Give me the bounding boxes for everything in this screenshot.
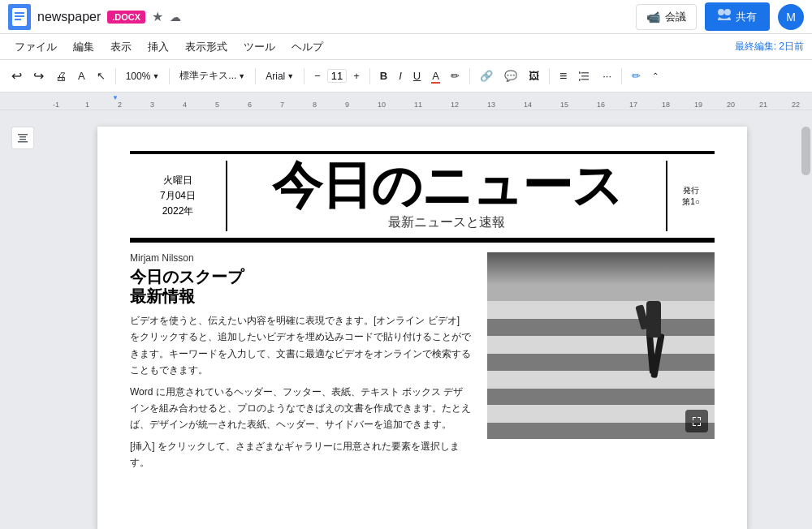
- ruler-marker: 18: [662, 101, 670, 109]
- header-date: 火曜日 7月04日 2022年: [130, 161, 227, 231]
- article-title-line1: 今日のスクープ: [130, 267, 471, 286]
- menu-format[interactable]: 表示形式: [179, 37, 234, 58]
- cloud-icon: ☁: [170, 11, 181, 24]
- font-color-button[interactable]: A: [427, 67, 444, 85]
- ruler-container: -1 1 2 3 4 5 6 7 8 9 10 11 12 13 14 15 1…: [45, 92, 800, 110]
- stripe-2: [487, 371, 715, 389]
- ruler-marker: 17: [629, 101, 637, 109]
- ruler-marker: 6: [248, 101, 252, 109]
- link-button[interactable]: 🔗: [475, 67, 498, 85]
- comment-button[interactable]: 💬: [499, 67, 522, 85]
- line-spacing-button[interactable]: [573, 67, 596, 86]
- menu-bar: ファイル 編集 表示 挿入 表示形式 ツール ヘルプ 最終編集: 2日前: [0, 34, 812, 60]
- underline-button[interactable]: U: [408, 67, 425, 85]
- last-edit[interactable]: 最終編集: 2日前: [735, 40, 804, 54]
- day-of-week: 火曜日: [163, 173, 192, 188]
- ruler-marker: 20: [727, 101, 735, 109]
- toolbar-separator-1: [115, 68, 116, 84]
- menu-file[interactable]: ファイル: [8, 37, 63, 58]
- align-button[interactable]: ≡: [555, 66, 572, 87]
- paint-cursor-button[interactable]: ↖: [92, 67, 110, 85]
- title-bar: newspaper .DOCX ★ ☁ 📹 会議 共有 M: [0, 0, 812, 34]
- scrollbar-thumb[interactable]: [801, 127, 810, 175]
- share-label: 共有: [736, 10, 757, 24]
- font-size-value[interactable]: 11: [327, 69, 347, 83]
- svg-rect-7: [18, 134, 28, 135]
- stripe-1: [487, 405, 715, 423]
- spellcheck-button[interactable]: A: [73, 67, 90, 85]
- header-right: 発行第1○: [666, 161, 715, 231]
- svg-rect-3: [15, 19, 21, 20]
- zoom-value: 100%: [126, 71, 151, 82]
- menu-tools[interactable]: ツール: [237, 37, 282, 58]
- article-author: Mirjam Nilsson: [130, 252, 471, 264]
- zoom-chevron-icon: ▼: [152, 72, 159, 80]
- svg-rect-10: [18, 141, 28, 143]
- toolbar-separator-7: [549, 68, 550, 84]
- article-paragraph-3: [挿入] をクリックして、さまざまなギャラリーに用意された要素を選択します。: [130, 438, 471, 471]
- menu-help[interactable]: ヘルプ: [285, 37, 330, 58]
- header-bottom-border: [130, 241, 715, 243]
- ruler-marker: 15: [560, 101, 568, 109]
- highlight-button[interactable]: ✏: [446, 67, 464, 85]
- redo-button[interactable]: ↪: [28, 65, 49, 87]
- font-color-underline-icon: [431, 82, 440, 84]
- article-paragraph-2: Word に用意されているヘッダー、フッター、表紙、テキスト ボックス デザイン…: [130, 384, 471, 433]
- toolbar-separator-3: [255, 68, 256, 84]
- meet-label: 会議: [665, 10, 686, 24]
- ruler-marker: 3: [150, 101, 154, 109]
- scrollbar-track[interactable]: [800, 110, 812, 529]
- ruler-marker: 1: [85, 101, 89, 109]
- pen-button[interactable]: ✏: [627, 67, 646, 85]
- svg-rect-4: [581, 72, 589, 74]
- share-button[interactable]: 共有: [705, 2, 770, 31]
- font-size-plus-button[interactable]: +: [348, 67, 365, 85]
- font-chevron-icon: ▼: [287, 72, 294, 80]
- more-options-button[interactable]: ···: [598, 67, 616, 85]
- bold-button[interactable]: B: [375, 67, 392, 85]
- document-area[interactable]: 火曜日 7月04日 2022年 今日のニュース 最新ニュースと速報 発行第1○ …: [45, 110, 800, 529]
- sidebar-panel: [0, 110, 45, 529]
- style-dropdown[interactable]: 標準テキス... ▼: [175, 66, 250, 86]
- toolbar: ↩ ↪ 🖨 A ↖ 100% ▼ 標準テキス... ▼ Arial ▼ − 11…: [0, 60, 812, 92]
- title-bar-right: 📹 会議 共有 M: [636, 2, 804, 31]
- ruler-tab-marker: ▼: [112, 94, 119, 101]
- ruler-marker: 13: [487, 101, 495, 109]
- zoom-button[interactable]: [685, 410, 708, 432]
- article-body: ビデオを使うと、伝えたい内容を明確に表現できます。[オンライン ビデオ] をクリ…: [130, 312, 471, 471]
- svg-rect-5: [581, 75, 589, 77]
- ruler-marker: 11: [414, 101, 422, 109]
- ruler-marker: 14: [524, 101, 532, 109]
- menu-edit[interactable]: 編集: [67, 37, 101, 58]
- user-avatar[interactable]: M: [778, 4, 804, 30]
- image-button[interactable]: 🖼: [524, 67, 544, 85]
- outline-icon[interactable]: [11, 127, 34, 149]
- collapse-button[interactable]: ⌃: [647, 68, 663, 84]
- italic-button[interactable]: I: [394, 67, 407, 85]
- crosswalk-image: [487, 252, 715, 439]
- zoom-dropdown[interactable]: 100% ▼: [121, 67, 165, 85]
- ruler-marker: 4: [183, 101, 187, 109]
- style-chevron-icon: ▼: [238, 72, 245, 80]
- top-overlay: [487, 252, 715, 285]
- document-page: 火曜日 7月04日 2022年 今日のニュース 最新ニュースと速報 発行第1○ …: [97, 127, 747, 529]
- menu-insert[interactable]: 挿入: [141, 37, 175, 58]
- font-color-a-icon: A: [432, 70, 439, 82]
- font-dropdown[interactable]: Arial ▼: [261, 67, 299, 85]
- undo-button[interactable]: ↩: [6, 65, 27, 87]
- year: 2022年: [162, 204, 194, 219]
- meet-button[interactable]: 📹 会議: [636, 4, 697, 30]
- article-paragraph-1: ビデオを使うと、伝えたい内容を明確に表現できます。[オンライン ビデオ] をクリ…: [130, 312, 471, 379]
- article-area: Mirjam Nilsson 今日のスクープ 最新情報 ビデオを使うと、伝えたい…: [130, 252, 715, 471]
- docx-badge: .DOCX: [107, 11, 145, 24]
- menu-view[interactable]: 表示: [104, 37, 138, 58]
- ruler-marker: 16: [597, 101, 605, 109]
- print-button[interactable]: 🖨: [50, 67, 71, 86]
- person-silhouette: [633, 277, 674, 385]
- ruler-marker: 9: [345, 101, 349, 109]
- meet-icon: 📹: [646, 11, 660, 24]
- font-size-minus-button[interactable]: −: [309, 67, 326, 85]
- font-value: Arial: [266, 71, 285, 82]
- ruler-marker: 5: [215, 101, 219, 109]
- star-icon[interactable]: ★: [152, 9, 163, 24]
